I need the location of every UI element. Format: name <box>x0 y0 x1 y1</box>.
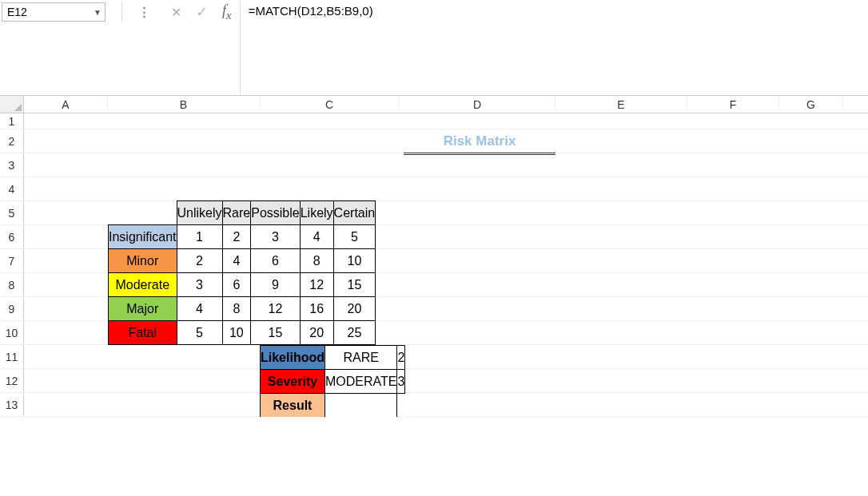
row-header[interactable]: 8 <box>0 273 24 296</box>
cell[interactable]: 6 <box>251 249 300 273</box>
col-header-E[interactable]: E <box>555 96 687 113</box>
row-header[interactable]: 13 <box>0 393 24 416</box>
page-title: Risk Matrix <box>404 133 555 155</box>
cell[interactable]: 16 <box>300 297 333 321</box>
row-header[interactable]: 10 <box>0 321 24 344</box>
cell[interactable]: 4 <box>222 249 251 273</box>
chevron-down-icon[interactable]: ▼ <box>94 8 102 17</box>
cell[interactable]: 15 <box>251 321 300 345</box>
formula-buttons: ✕ ✓ fx <box>171 2 240 22</box>
separator <box>121 2 122 22</box>
cell[interactable]: 25 <box>333 321 376 345</box>
col-possible[interactable]: Possible <box>251 201 300 225</box>
cell[interactable]: 3 <box>251 225 300 249</box>
col-header-F[interactable]: F <box>687 96 779 113</box>
row-header[interactable]: 4 <box>0 177 24 200</box>
col-header-B[interactable]: B <box>108 96 260 113</box>
formula-text: =MATCH(D12,B5:B9,0) <box>249 4 373 18</box>
name-box-value: E12 <box>7 6 27 18</box>
fx-icon[interactable]: fx <box>222 2 232 22</box>
row-minor[interactable]: Minor <box>109 249 177 273</box>
row-header[interactable]: 1 <box>0 113 24 129</box>
lookup-table: Likelihood RARE 2 Severity MODERATE 3 Re… <box>260 345 405 417</box>
row-header[interactable]: 7 <box>0 249 24 272</box>
cell[interactable]: 10 <box>222 321 251 345</box>
result-label[interactable]: Result <box>261 394 325 418</box>
cell[interactable]: 9 <box>251 273 300 297</box>
row-fatal[interactable]: Fatal <box>109 321 177 345</box>
col-header-G[interactable]: G <box>779 96 843 113</box>
cell[interactable]: 4 <box>177 297 222 321</box>
likelihood-index[interactable]: 2 <box>397 346 405 370</box>
cancel-icon[interactable]: ✕ <box>171 5 181 20</box>
cell[interactable]: 2 <box>177 249 222 273</box>
row-header[interactable]: 2 <box>0 129 24 153</box>
cell[interactable]: 8 <box>300 249 333 273</box>
risk-matrix-table: Unlikely Rare Possible Likely Certain In… <box>108 200 376 345</box>
result-value[interactable] <box>325 394 397 418</box>
row-header[interactable]: 11 <box>0 345 24 368</box>
cell[interactable]: 6 <box>222 273 251 297</box>
row-moderate[interactable]: Moderate <box>109 273 177 297</box>
col-header-A[interactable]: A <box>24 96 108 113</box>
cell[interactable]: 5 <box>177 321 222 345</box>
empty-cell[interactable] <box>397 394 405 418</box>
cell[interactable]: 8 <box>222 297 251 321</box>
col-likely[interactable]: Likely <box>300 201 333 225</box>
grid-rows: 1 2 3 4 5 6 7 8 9 10 11 12 13 Risk Matri… <box>0 113 868 417</box>
col-header-D[interactable]: D <box>400 96 555 113</box>
cell[interactable]: 2 <box>222 225 251 249</box>
cell[interactable]: 5 <box>333 225 376 249</box>
col-certain[interactable]: Certain <box>333 201 376 225</box>
cell[interactable]: 12 <box>300 273 333 297</box>
column-headers: A B C D E F G <box>0 96 868 113</box>
row-header[interactable]: 12 <box>0 369 24 392</box>
row-major[interactable]: Major <box>109 297 177 321</box>
row-header[interactable]: 6 <box>0 225 24 248</box>
select-all-corner[interactable] <box>0 96 24 113</box>
cell[interactable]: 4 <box>300 225 333 249</box>
spreadsheet-grid: A B C D E F G 1 2 3 4 5 6 7 8 9 10 11 12… <box>0 96 868 417</box>
cell[interactable]: 1 <box>177 225 222 249</box>
name-box[interactable]: E12 ▼ <box>2 2 106 22</box>
cell[interactable]: 20 <box>333 297 376 321</box>
cell[interactable]: 20 <box>300 321 333 345</box>
formula-bar-area: E12 ▼ ⋮ ✕ ✓ fx =MATCH(D12,B5:B9,0) <box>0 0 868 96</box>
drag-handle-icon[interactable]: ⋮ <box>138 2 151 22</box>
likelihood-value[interactable]: RARE <box>325 346 397 370</box>
table-corner[interactable] <box>109 201 177 225</box>
severity-label[interactable]: Severity <box>261 370 325 394</box>
cell[interactable]: 3 <box>177 273 222 297</box>
col-header-C[interactable]: C <box>260 96 400 113</box>
col-rare[interactable]: Rare <box>222 201 251 225</box>
severity-value[interactable]: MODERATE <box>325 370 397 394</box>
col-unlikely[interactable]: Unlikely <box>177 201 222 225</box>
cell[interactable]: 15 <box>333 273 376 297</box>
formula-input[interactable]: =MATCH(D12,B5:B9,0) <box>240 2 868 94</box>
cell[interactable]: 12 <box>251 297 300 321</box>
row-header[interactable]: 9 <box>0 297 24 320</box>
row-header[interactable]: 5 <box>0 201 24 224</box>
row-insignificant[interactable]: Insignificant <box>109 225 177 249</box>
likelihood-label[interactable]: Likelihood <box>261 346 325 370</box>
cell[interactable]: 10 <box>333 249 376 273</box>
enter-icon[interactable]: ✓ <box>196 3 208 21</box>
severity-index[interactable]: 3 <box>397 370 405 394</box>
row-header[interactable]: 3 <box>0 153 24 177</box>
